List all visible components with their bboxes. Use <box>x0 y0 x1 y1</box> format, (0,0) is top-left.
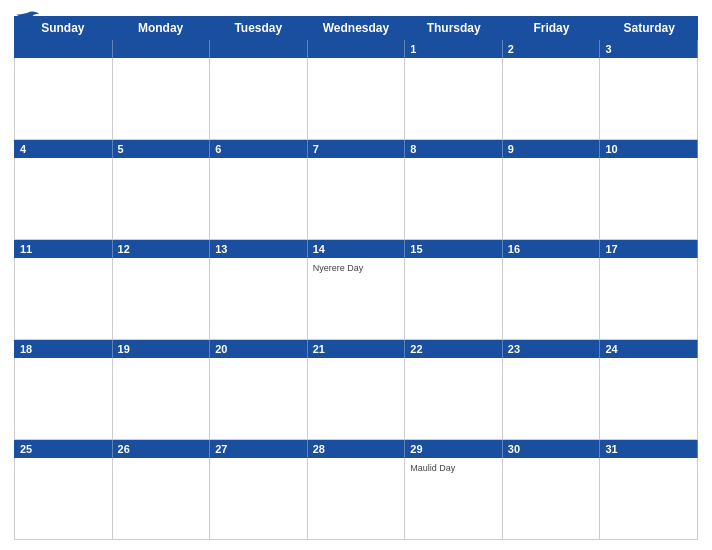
event-label: Nyerere Day <box>313 263 400 273</box>
date-cell-w4-d4: 29 <box>405 440 503 458</box>
week-body-cell-w4-d4: Maulid Day <box>405 458 503 540</box>
week-body-cell-w1-d4 <box>405 158 503 240</box>
week-body-cell-w1-d1 <box>113 158 211 240</box>
day-header-wednesday: Wednesday <box>307 16 405 40</box>
week-block-3: 18192021222324 <box>14 340 698 440</box>
week-body-cell-w0-d2 <box>210 58 308 140</box>
week-body-4: Maulid Day <box>14 458 698 540</box>
logo-bird-icon <box>14 10 42 30</box>
week-body-cell-w2-d6 <box>600 258 698 340</box>
logo <box>14 10 45 30</box>
date-cell-w0-d6: 3 <box>600 40 698 58</box>
date-cell-w4-d5: 30 <box>503 440 601 458</box>
date-cell-w3-d0: 18 <box>15 340 113 358</box>
week-date-bar-1: 45678910 <box>14 140 698 158</box>
week-body-cell-w4-d5 <box>503 458 601 540</box>
week-body-cell-w3-d6 <box>600 358 698 440</box>
week-body-cell-w3-d3 <box>308 358 406 440</box>
week-body-cell-w0-d4 <box>405 58 503 140</box>
week-body-cell-w0-d1 <box>113 58 211 140</box>
day-header-friday: Friday <box>503 16 601 40</box>
date-cell-w1-d6: 10 <box>600 140 698 158</box>
date-cell-w0-d3 <box>308 40 406 58</box>
date-cell-w4-d3: 28 <box>308 440 406 458</box>
week-body-2: Nyerere Day <box>14 258 698 340</box>
date-cell-w1-d1: 5 <box>113 140 211 158</box>
week-date-bar-3: 18192021222324 <box>14 340 698 358</box>
week-date-bar-2: 11121314151617 <box>14 240 698 258</box>
week-body-cell-w0-d0 <box>15 58 113 140</box>
week-body-cell-w0-d3 <box>308 58 406 140</box>
date-cell-w2-d6: 17 <box>600 240 698 258</box>
weeks: 1234567891011121314151617Nyerere Day1819… <box>14 40 698 540</box>
week-body-cell-w3-d2 <box>210 358 308 440</box>
date-cell-w3-d3: 21 <box>308 340 406 358</box>
calendar-grid: SundayMondayTuesdayWednesdayThursdayFrid… <box>14 16 698 540</box>
date-cell-w2-d1: 12 <box>113 240 211 258</box>
week-body-cell-w4-d1 <box>113 458 211 540</box>
date-cell-w4-d6: 31 <box>600 440 698 458</box>
week-body-cell-w2-d0 <box>15 258 113 340</box>
date-cell-w0-d2 <box>210 40 308 58</box>
week-body-3 <box>14 358 698 440</box>
week-block-4: 25262728293031Maulid Day <box>14 440 698 540</box>
week-body-cell-w3-d0 <box>15 358 113 440</box>
day-header-thursday: Thursday <box>405 16 503 40</box>
day-header-monday: Monday <box>112 16 210 40</box>
week-body-cell-w2-d3: Nyerere Day <box>308 258 406 340</box>
week-body-cell-w1-d5 <box>503 158 601 240</box>
date-cell-w0-d1 <box>113 40 211 58</box>
date-cell-w3-d6: 24 <box>600 340 698 358</box>
date-cell-w3-d2: 20 <box>210 340 308 358</box>
week-block-0: 123 <box>14 40 698 140</box>
date-cell-w4-d1: 26 <box>113 440 211 458</box>
week-body-cell-w3-d4 <box>405 358 503 440</box>
week-body-0 <box>14 58 698 140</box>
week-body-1 <box>14 158 698 240</box>
week-body-cell-w2-d4 <box>405 258 503 340</box>
date-cell-w1-d2: 6 <box>210 140 308 158</box>
date-cell-w0-d0 <box>15 40 113 58</box>
week-body-cell-w1-d6 <box>600 158 698 240</box>
date-cell-w2-d0: 11 <box>15 240 113 258</box>
week-body-cell-w4-d2 <box>210 458 308 540</box>
week-date-bar-4: 25262728293031 <box>14 440 698 458</box>
date-cell-w3-d1: 19 <box>113 340 211 358</box>
day-header-saturday: Saturday <box>600 16 698 40</box>
week-body-cell-w0-d5 <box>503 58 601 140</box>
week-body-cell-w1-d2 <box>210 158 308 240</box>
week-body-cell-w3-d5 <box>503 358 601 440</box>
event-label: Maulid Day <box>410 463 497 473</box>
week-body-cell-w2-d5 <box>503 258 601 340</box>
date-cell-w0-d4: 1 <box>405 40 503 58</box>
day-headers: SundayMondayTuesdayWednesdayThursdayFrid… <box>14 16 698 40</box>
day-header-tuesday: Tuesday <box>209 16 307 40</box>
week-block-2: 11121314151617Nyerere Day <box>14 240 698 340</box>
date-cell-w2-d3: 14 <box>308 240 406 258</box>
date-cell-w0-d5: 2 <box>503 40 601 58</box>
week-body-cell-w4-d3 <box>308 458 406 540</box>
date-cell-w1-d5: 9 <box>503 140 601 158</box>
week-body-cell-w3-d1 <box>113 358 211 440</box>
date-cell-w4-d2: 27 <box>210 440 308 458</box>
week-block-1: 45678910 <box>14 140 698 240</box>
week-body-cell-w4-d0 <box>15 458 113 540</box>
date-cell-w2-d5: 16 <box>503 240 601 258</box>
week-date-bar-0: 123 <box>14 40 698 58</box>
date-cell-w1-d3: 7 <box>308 140 406 158</box>
week-body-cell-w2-d1 <box>113 258 211 340</box>
date-cell-w2-d4: 15 <box>405 240 503 258</box>
week-body-cell-w4-d6 <box>600 458 698 540</box>
date-cell-w1-d4: 8 <box>405 140 503 158</box>
date-cell-w2-d2: 13 <box>210 240 308 258</box>
date-cell-w1-d0: 4 <box>15 140 113 158</box>
week-body-cell-w1-d3 <box>308 158 406 240</box>
week-body-cell-w0-d6 <box>600 58 698 140</box>
date-cell-w3-d5: 23 <box>503 340 601 358</box>
date-cell-w4-d0: 25 <box>15 440 113 458</box>
calendar-container: SundayMondayTuesdayWednesdayThursdayFrid… <box>0 0 712 550</box>
week-body-cell-w2-d2 <box>210 258 308 340</box>
week-body-cell-w1-d0 <box>15 158 113 240</box>
date-cell-w3-d4: 22 <box>405 340 503 358</box>
